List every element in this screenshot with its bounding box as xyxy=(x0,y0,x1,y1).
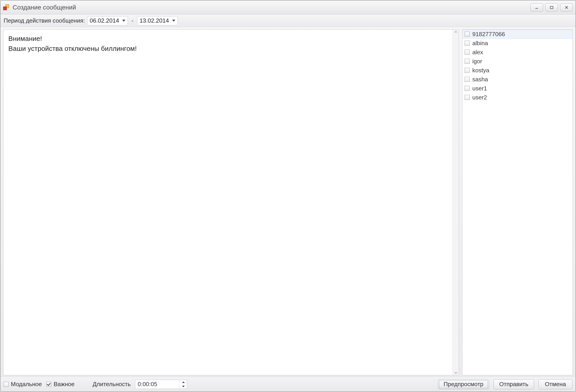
recipient-name: albina xyxy=(472,40,488,47)
checkbox-icon xyxy=(46,382,51,387)
duration-label: Длительность xyxy=(93,381,131,388)
recipient-list[interactable]: 9182777066albinaalexigorkostyasashauser1… xyxy=(462,29,573,375)
send-button[interactable]: Отправить xyxy=(493,379,534,389)
window-buttons xyxy=(530,3,573,11)
content-area: Внимание! Ваши устройства отключены билл… xyxy=(0,27,576,377)
date-to-picker[interactable]: 13.02.2014 xyxy=(137,16,178,25)
recipient-row[interactable]: user2 xyxy=(462,93,573,102)
scroll-up-icon xyxy=(454,30,458,32)
important-checkbox-label: Важное xyxy=(54,381,74,388)
recipient-name: user1 xyxy=(472,85,487,92)
recipient-checkbox[interactable] xyxy=(465,50,470,55)
recipient-checkbox[interactable] xyxy=(465,32,470,37)
scroll-down-icon xyxy=(454,372,458,374)
date-separator: - xyxy=(130,17,135,24)
chevron-down-icon xyxy=(172,20,175,22)
message-editor-wrap: Внимание! Ваши устройства отключены билл… xyxy=(3,29,459,375)
date-from-picker[interactable]: 06.02.2014 xyxy=(87,16,128,25)
maximize-button[interactable] xyxy=(545,3,558,11)
svg-rect-1 xyxy=(550,6,553,9)
recipient-checkbox[interactable] xyxy=(465,41,470,46)
duration-spinner[interactable]: 0:00:05 xyxy=(135,380,187,389)
recipient-name: kostya xyxy=(472,67,489,74)
recipient-row[interactable]: alex xyxy=(462,48,573,57)
spinner-up-button[interactable] xyxy=(180,380,187,384)
checkbox-icon xyxy=(4,382,9,387)
recipient-name: user2 xyxy=(472,94,487,101)
footer: Модальное Важное Длительность 0:00:05 Пр… xyxy=(0,377,576,392)
window-title: Создание сообщений xyxy=(13,4,530,11)
recipient-name: 9182777066 xyxy=(472,31,505,38)
minimize-button[interactable] xyxy=(530,3,543,11)
recipient-checkbox[interactable] xyxy=(465,86,470,91)
spinner-down-button[interactable] xyxy=(180,384,187,389)
important-checkbox[interactable]: Важное xyxy=(46,381,74,388)
recipient-checkbox[interactable] xyxy=(465,68,470,73)
close-button[interactable] xyxy=(560,3,573,11)
recipient-row[interactable]: sasha xyxy=(462,75,573,84)
recipient-row[interactable]: igor xyxy=(462,57,573,66)
chevron-down-icon xyxy=(122,20,125,22)
editor-scrollbar[interactable] xyxy=(452,30,459,375)
duration-value: 0:00:05 xyxy=(138,381,180,388)
recipient-row[interactable]: user1 xyxy=(462,84,573,93)
recipient-row[interactable]: kostya xyxy=(462,66,573,75)
message-editor[interactable]: Внимание! Ваши устройства отключены билл… xyxy=(3,30,452,375)
spinner-arrows xyxy=(180,380,187,389)
modal-checkbox-label: Модальное xyxy=(11,381,42,388)
recipient-checkbox[interactable] xyxy=(465,77,470,82)
recipient-row[interactable]: albina xyxy=(462,39,573,48)
period-label: Период действия сообщения: xyxy=(4,17,85,24)
recipient-row[interactable]: 9182777066 xyxy=(462,30,573,39)
recipient-checkbox[interactable] xyxy=(465,59,470,64)
date-from-value: 06.02.2014 xyxy=(90,17,119,24)
recipient-name: sasha xyxy=(472,76,488,83)
period-toolbar: Период действия сообщения: 06.02.2014 - … xyxy=(0,14,576,27)
main-window: Создание сообщений Период действия сообщ… xyxy=(0,0,576,392)
recipient-name: igor xyxy=(472,58,482,65)
titlebar: Создание сообщений xyxy=(0,0,576,14)
cancel-button[interactable]: Отмена xyxy=(539,379,572,389)
preview-button[interactable]: Предпросмотр xyxy=(438,379,489,389)
recipient-name: alex xyxy=(472,49,483,56)
recipient-checkbox[interactable] xyxy=(465,95,470,100)
app-icon xyxy=(3,4,9,11)
date-to-value: 13.02.2014 xyxy=(140,17,169,24)
modal-checkbox[interactable]: Модальное xyxy=(4,381,42,388)
